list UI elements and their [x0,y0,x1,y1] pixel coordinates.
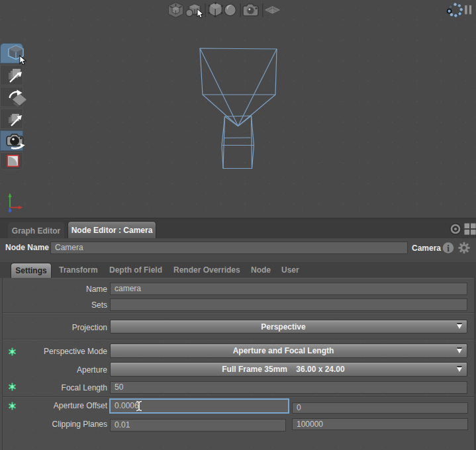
svg-text:i: i [447,243,450,253]
